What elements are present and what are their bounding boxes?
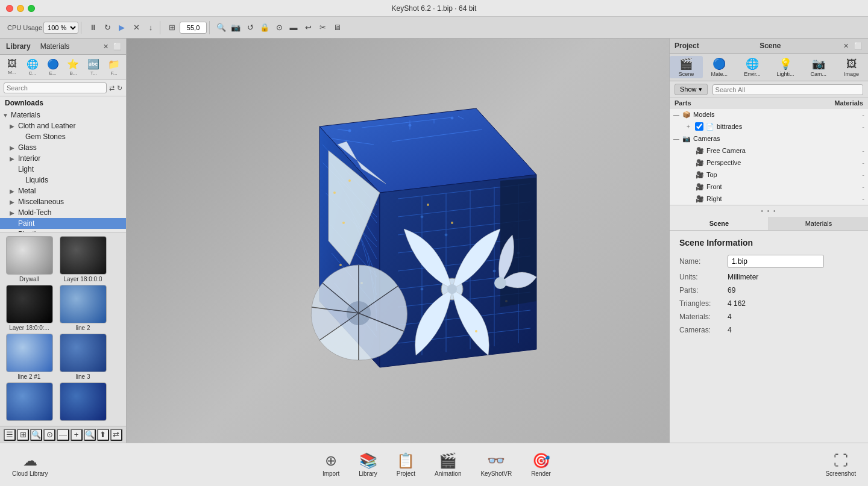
tab-scene[interactable]: 🎬 Scene: [670, 56, 703, 78]
stop-button[interactable]: ✕: [130, 21, 143, 34]
grid-view-btn[interactable]: ⊞: [17, 429, 29, 441]
thumb-more2[interactable]: [57, 382, 108, 422]
monitor-btn[interactable]: 🖥: [330, 21, 344, 34]
st-free-camera[interactable]: 🎥 Free Camera -: [670, 145, 868, 157]
cpu-select[interactable]: 100 %: [43, 22, 78, 34]
minus-btn[interactable]: —: [57, 429, 69, 441]
thumb-drywall[interactable]: Drywall: [4, 236, 55, 282]
tree-item-interior[interactable]: ▶ Interior: [0, 153, 126, 164]
down-button[interactable]: ↓: [144, 21, 157, 34]
cloud-library-btn[interactable]: ☁ Cloud Library: [12, 452, 48, 477]
tab-lighting[interactable]: 💡 Lighti...: [769, 56, 802, 78]
name-input[interactable]: [728, 255, 824, 268]
swap-btn[interactable]: ⇄: [110, 429, 122, 441]
show-button[interactable]: Show ▾: [675, 84, 708, 95]
icon-backplates[interactable]: ⭐ B...: [63, 57, 83, 77]
st-front-label: Front: [706, 183, 862, 190]
right-panel-expand-btn[interactable]: ⬜: [854, 41, 863, 51]
icon-env[interactable]: 🔵 E...: [43, 57, 63, 77]
rotate-btn[interactable]: ↺: [244, 21, 257, 34]
icon-cloud[interactable]: 🌐 C...: [23, 57, 42, 77]
tree-item-liquids[interactable]: Liquids: [0, 175, 126, 185]
right-tab-materials[interactable]: Materials: [769, 217, 868, 230]
lock-btn[interactable]: 🔒: [258, 21, 271, 34]
right-panel-close-btn[interactable]: ✕: [841, 41, 851, 51]
st-top[interactable]: 🎥 Top -: [670, 169, 868, 181]
tree-item-paint[interactable]: Paint: [0, 218, 126, 229]
minimize-button[interactable]: [17, 5, 24, 12]
animation-btn[interactable]: 🎬 Animation: [435, 452, 461, 477]
icon-favorites[interactable]: 📁 F...: [104, 57, 124, 77]
search-btn2[interactable]: 🔍: [30, 429, 42, 441]
st-bittrades[interactable]: + 📄 bittrades -: [670, 120, 868, 132]
cam-btn[interactable]: 📷: [229, 21, 242, 34]
scene-information: Scene Information Name: Units: Millimete…: [670, 231, 868, 443]
library-btn[interactable]: 📚 Library: [359, 452, 377, 477]
list-view-btn[interactable]: ☰: [4, 429, 16, 441]
thumb-layer-18-2[interactable]: Layer 18:0:0:...: [4, 285, 55, 331]
st-models[interactable]: — 📦 Models -: [670, 108, 868, 120]
play-button[interactable]: ▶: [115, 21, 128, 34]
dot-btn[interactable]: ⊙: [43, 429, 55, 441]
zoom-btn[interactable]: 🔍: [215, 21, 228, 34]
maximize-button[interactable]: [28, 5, 35, 12]
bittrades-checkbox[interactable]: [695, 122, 703, 131]
tab-camera[interactable]: 📷 Cam...: [802, 56, 835, 78]
thumb-line2[interactable]: line 2: [57, 285, 108, 331]
panel-expand-btn[interactable]: ⬜: [113, 42, 122, 51]
thumb-line3[interactable]: line 3: [57, 334, 108, 380]
thumb-layer-18[interactable]: Layer 18:0:0:0: [57, 236, 108, 282]
import-btn[interactable]: ⊕ Import: [322, 452, 339, 477]
rect-btn[interactable]: ▬: [287, 21, 300, 34]
project-btn[interactable]: 📋 Project: [397, 452, 415, 477]
expand-cameras[interactable]: —: [673, 136, 682, 142]
refresh-button[interactable]: ↻: [101, 21, 114, 34]
st-cameras[interactable]: — 📷 Cameras: [670, 132, 868, 145]
keyshot-vr-label: KeyShotVR: [480, 470, 512, 477]
refresh-icon[interactable]: ↻: [117, 84, 122, 92]
tree-item-moldtech[interactable]: ▶ Mold-Tech: [0, 207, 126, 218]
screenshot-btn[interactable]: ⛶ Screenshot: [825, 452, 856, 477]
st-perspective[interactable]: 🎥 Perspective -: [670, 157, 868, 169]
cut-btn[interactable]: ✂: [316, 21, 329, 34]
undo-btn[interactable]: ↩: [301, 21, 315, 34]
backplates-icon: ⭐: [67, 58, 79, 70]
field-input[interactable]: [180, 22, 207, 34]
tab-library[interactable]: Library: [4, 41, 33, 52]
render-btn[interactable]: 🎯 Render: [531, 452, 551, 477]
st-front[interactable]: 🎥 Front -: [670, 181, 868, 193]
library-search-input[interactable]: [4, 83, 107, 93]
tab-image[interactable]: 🖼 Image: [835, 57, 868, 78]
canvas-area[interactable]: [127, 39, 669, 443]
tree-item-misc[interactable]: ▶ Miscellaneous: [0, 196, 126, 207]
arrow-moldtech: ▶: [10, 210, 17, 216]
tab-materials[interactable]: Materials: [38, 41, 72, 52]
panel-close-btn[interactable]: ✕: [101, 42, 110, 51]
plus-btn[interactable]: +: [71, 429, 83, 441]
thumb-more1[interactable]: [4, 382, 55, 422]
thumb-line2-1[interactable]: line 2 #1: [4, 334, 55, 380]
st-right[interactable]: 🎥 Right -: [670, 193, 868, 205]
upload-btn[interactable]: ⬆: [97, 429, 109, 441]
search-all-input[interactable]: [712, 84, 863, 95]
close-button[interactable]: [6, 5, 13, 12]
circle-btn[interactable]: ⊙: [272, 21, 286, 34]
sync-icon[interactable]: ⇄: [109, 84, 115, 92]
right-tab-scene[interactable]: Scene: [670, 217, 769, 230]
tree-item-materials[interactable]: ▼ Materials: [0, 110, 126, 120]
icon-textures[interactable]: 🔤 T...: [84, 57, 103, 77]
keyshot-vr-btn[interactable]: 👓 KeyShotVR: [480, 452, 512, 477]
tab-environment[interactable]: 🌐 Envir...: [736, 56, 769, 78]
tree-item-gemstones[interactable]: Gem Stones: [0, 131, 126, 142]
tree-item-cloth[interactable]: ▶ Cloth and Leather: [0, 120, 126, 131]
tree-label-misc: Miscellaneous: [18, 198, 124, 206]
tree-item-light[interactable]: Light: [0, 164, 126, 175]
tree-item-glass[interactable]: ▶ Glass: [0, 142, 126, 153]
zoom2-btn[interactable]: 🔍: [84, 429, 96, 441]
pause-button[interactable]: ⏸: [86, 21, 99, 34]
tab-materials[interactable]: 🔵 Mate...: [703, 56, 736, 78]
expand-models[interactable]: —: [673, 111, 682, 118]
grid-button[interactable]: ⊞: [165, 21, 178, 34]
icon-models[interactable]: 🖼 M...: [2, 57, 22, 77]
tree-item-metal[interactable]: ▶ Metal: [0, 185, 126, 196]
